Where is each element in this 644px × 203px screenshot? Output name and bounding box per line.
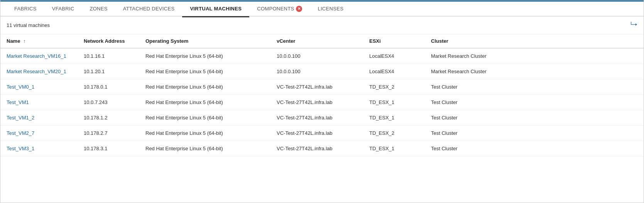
cell-esxi: LocalESX4 [363, 48, 425, 64]
cell-cluster: Market Research Cluster [425, 48, 644, 64]
vm-table: Name ↑ Network Address Operating System … [0, 34, 644, 156]
cell-esxi: TD_ESX_1 [363, 141, 425, 156]
vm-name-link[interactable]: Test_VM3_1 [7, 146, 34, 151]
sort-asc-icon: ↑ [23, 38, 26, 44]
col-header-os[interactable]: Operating System [139, 34, 270, 48]
cell-cluster: Test Cluster [425, 110, 644, 126]
cell-cluster: Test Cluster [425, 79, 644, 95]
cell-os: Red Hat Enterprise Linux 5 (64-bit) [139, 126, 270, 141]
cell-network: 10.1.20.1 [78, 64, 139, 79]
vm-name-link[interactable]: Test_VM2_7 [7, 130, 34, 136]
cell-os: Red Hat Enterprise Linux 5 (64-bit) [139, 95, 270, 110]
cell-esxi: TD_ESX_2 [363, 79, 425, 95]
table-container[interactable]: Name ↑ Network Address Operating System … [0, 34, 644, 203]
tab-components[interactable]: COMPONENTS✕ [249, 1, 310, 17]
cell-vcenter: VC-Test-27T42L.infra.lab [270, 110, 363, 126]
cell-esxi: TD_ESX_2 [363, 126, 425, 141]
cell-vcenter: VC-Test-27T42L.infra.lab [270, 95, 363, 110]
cell-os: Red Hat Enterprise Linux 5 (64-bit) [139, 141, 270, 156]
vm-name-link[interactable]: Test_VM0_1 [7, 84, 34, 90]
col-header-network[interactable]: Network Address [78, 34, 139, 48]
tab-zones[interactable]: ZONES [82, 1, 115, 17]
table-row: Market Research_VM16_110.1.16.1Red Hat E… [0, 48, 644, 64]
table-row: Market Research_VM20_110.1.20.1Red Hat E… [0, 64, 644, 79]
cell-network: 10.178.2.7 [78, 126, 139, 141]
cell-network: 10.1.16.1 [78, 48, 139, 64]
table-row: Test_VM1_210.178.1.2Red Hat Enterprise L… [0, 110, 644, 126]
col-header-vcenter[interactable]: vCenter [270, 34, 363, 48]
cell-os: Red Hat Enterprise Linux 5 (64-bit) [139, 79, 270, 95]
col-header-name[interactable]: Name ↑ [0, 34, 78, 48]
cell-os: Red Hat Enterprise Linux 5 (64-bit) [139, 110, 270, 126]
cell-vcenter: VC-Test-27T42L.infra.lab [270, 141, 363, 156]
vm-name-link[interactable]: Test_VM1 [7, 99, 29, 105]
table-row: Test_VM3_110.178.3.1Red Hat Enterprise L… [0, 141, 644, 156]
cell-vcenter: 10.0.0.100 [270, 48, 363, 64]
cell-network: 10.178.3.1 [78, 141, 139, 156]
cell-network: 10.178.1.2 [78, 110, 139, 126]
cell-cluster: Test Cluster [425, 141, 644, 156]
page-wrapper: FABRICSVFABRICZONESATTACHED DEVICESVIRTU… [0, 0, 644, 203]
tab-fabrics[interactable]: FABRICS [7, 1, 44, 17]
tab-vfabric[interactable]: VFABRIC [44, 1, 82, 17]
cell-esxi: LocalESX4 [363, 64, 425, 79]
vm-name-link[interactable]: Test_VM1_2 [7, 115, 34, 121]
cell-os: Red Hat Enterprise Linux 5 (64-bit) [139, 48, 270, 64]
cell-cluster: Market Research Cluster [425, 64, 644, 79]
export-icon[interactable]: ⮡ [630, 21, 637, 29]
cell-esxi: TD_ESX_1 [363, 110, 425, 126]
tab-licenses[interactable]: LICENSES [310, 1, 351, 17]
col-header-cluster[interactable]: Cluster [425, 34, 644, 48]
cell-vcenter: VC-Test-27T42L.infra.lab [270, 79, 363, 95]
table-row: Test_VM110.0.7.243Red Hat Enterprise Lin… [0, 95, 644, 110]
col-header-esxi[interactable]: ESXi [363, 34, 425, 48]
toolbar: 11 virtual machines ⮡ [0, 17, 644, 34]
vm-count: 11 virtual machines [7, 22, 50, 28]
table-row: Test_VM2_710.178.2.7Red Hat Enterprise L… [0, 126, 644, 141]
cell-vcenter: VC-Test-27T42L.infra.lab [270, 126, 363, 141]
cell-cluster: Test Cluster [425, 126, 644, 141]
table-row: Test_VM0_110.178.0.1Red Hat Enterprise L… [0, 79, 644, 95]
tab-bar: FABRICSVFABRICZONESATTACHED DEVICESVIRTU… [0, 0, 644, 17]
tab-virtual-machines[interactable]: VIRTUAL MACHINES [182, 1, 249, 17]
table-header: Name ↑ Network Address Operating System … [0, 34, 644, 48]
tab-badge-components: ✕ [296, 6, 302, 12]
cell-network: 10.0.7.243 [78, 95, 139, 110]
cell-network: 10.178.0.1 [78, 79, 139, 95]
cell-os: Red Hat Enterprise Linux 5 (64-bit) [139, 64, 270, 79]
vm-name-link[interactable]: Market Research_VM16_1 [7, 53, 66, 59]
table-body: Market Research_VM16_110.1.16.1Red Hat E… [0, 48, 644, 156]
vm-name-link[interactable]: Market Research_VM20_1 [7, 69, 66, 74]
cell-esxi: TD_ESX_1 [363, 95, 425, 110]
cell-cluster: Test Cluster [425, 95, 644, 110]
tab-attached-devices[interactable]: ATTACHED DEVICES [115, 1, 183, 17]
cell-vcenter: 10.0.0.100 [270, 64, 363, 79]
